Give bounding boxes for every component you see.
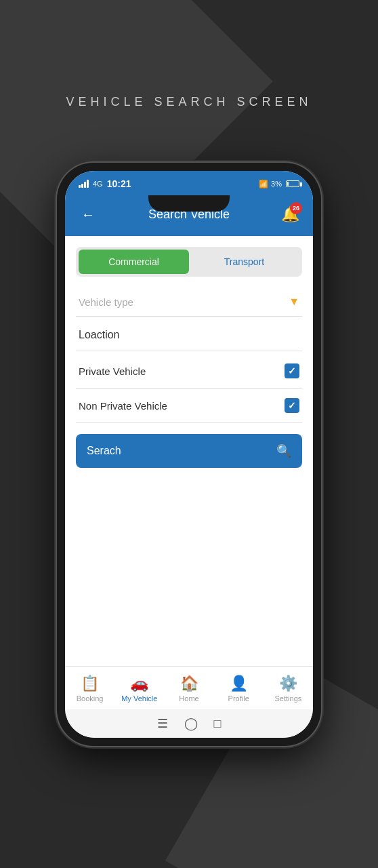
notification-button[interactable]: 🔔 26 <box>278 202 302 226</box>
nav-settings[interactable]: ⚙️ Settings <box>264 672 313 705</box>
back-button[interactable]: ← <box>76 202 100 226</box>
network-label: 4G <box>93 180 103 188</box>
tab-transport[interactable]: Transport <box>189 250 299 274</box>
non-private-vehicle-row[interactable]: Non Private Vehicle <box>76 389 302 423</box>
non-private-vehicle-checkbox[interactable] <box>285 398 299 413</box>
menu-gesture-icon: ☰ <box>157 716 168 731</box>
search-button[interactable]: Serach 🔍 <box>76 434 302 468</box>
private-vehicle-row[interactable]: Private Vehicle <box>76 354 302 389</box>
battery-icon <box>286 180 299 187</box>
location-text: Loaction <box>79 329 120 340</box>
battery-percent: 3% <box>271 180 282 188</box>
screen-label: VEHICLE SEARCH SCREEN <box>66 95 312 109</box>
home-label: Home <box>179 694 198 703</box>
private-vehicle-label: Private Vehicle <box>79 366 146 377</box>
back-gesture-icon: □ <box>214 717 222 731</box>
home-gesture-icon: ◯ <box>184 716 198 731</box>
search-button-icon: 🔍 <box>276 443 291 458</box>
my-vehicle-icon: 🚗 <box>130 675 148 692</box>
phone-shell: 4G 10:21 📶 3% ← Search Vehicle 🔔 26 <box>57 163 321 746</box>
booking-icon: 📋 <box>81 675 99 692</box>
location-row[interactable]: Loaction <box>76 319 302 351</box>
home-icon: 🏠 <box>180 675 198 692</box>
profile-label: Profile <box>228 694 249 703</box>
status-icons: 📶 3% <box>259 180 299 189</box>
nav-my-vehicle[interactable]: 🚗 My Vehicle <box>114 672 164 705</box>
tab-switcher: Commercial Transport <box>76 247 302 277</box>
booking-label: Booking <box>77 694 104 703</box>
nav-home[interactable]: 🏠 Home <box>164 672 213 705</box>
vehicle-type-placeholder: Vehicle type <box>79 296 133 308</box>
nav-profile[interactable]: 👤 Profile <box>214 672 264 705</box>
main-content: Commercial Transport Vehicle type ▼ Loac… <box>65 236 313 666</box>
status-time: 10:21 <box>107 178 131 189</box>
phone-screen: 4G 10:21 📶 3% ← Search Vehicle 🔔 26 <box>65 171 313 738</box>
notch <box>148 195 230 212</box>
my-vehicle-label: My Vehicle <box>121 694 157 703</box>
settings-label: Settings <box>275 694 302 703</box>
search-button-label: Serach <box>87 445 121 457</box>
non-private-vehicle-label: Non Private Vehicle <box>79 400 167 412</box>
profile-icon: 👤 <box>230 675 248 692</box>
signal-icon <box>79 180 89 188</box>
notification-badge: 26 <box>290 202 302 214</box>
vehicle-type-dropdown[interactable]: Vehicle type ▼ <box>76 288 302 317</box>
nav-booking[interactable]: 📋 Booking <box>65 672 114 705</box>
wifi-icon: 📶 <box>259 180 268 189</box>
gesture-bar: ☰ ◯ □ <box>65 709 313 738</box>
status-bar: 4G 10:21 📶 3% <box>65 171 313 195</box>
bottom-nav: 📋 Booking 🚗 My Vehicle 🏠 Home 👤 Profile … <box>65 666 313 709</box>
settings-icon: ⚙️ <box>279 675 297 692</box>
dropdown-arrow-icon: ▼ <box>289 296 299 308</box>
tab-commercial[interactable]: Commercial <box>79 250 189 274</box>
private-vehicle-checkbox[interactable] <box>285 363 299 378</box>
